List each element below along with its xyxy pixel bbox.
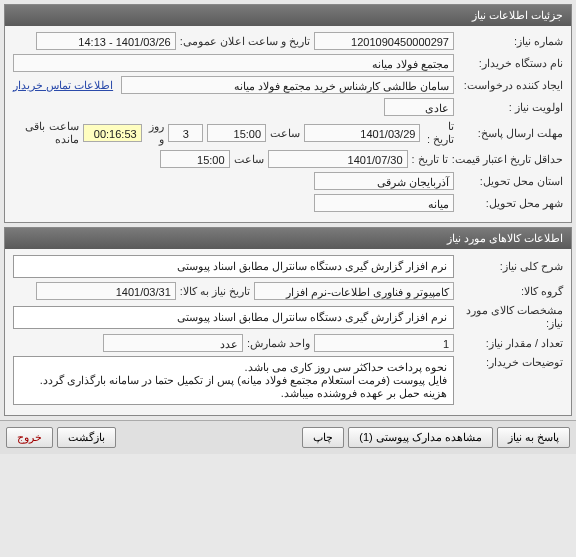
panel-title-goods: اطلاعات کالاهای مورد نیاز (447, 232, 563, 244)
field-need-date[interactable]: 1401/03/31 (36, 282, 176, 300)
field-days-left[interactable]: 3 (168, 124, 203, 142)
label-remaining: ساعت باقی مانده (13, 120, 79, 146)
print-button[interactable]: چاپ (302, 427, 344, 448)
field-province[interactable]: آذربایجان شرقی (314, 172, 454, 190)
field-notes[interactable]: نحوه پرداخت حداکثر سی روز کاری می باشد. … (13, 356, 454, 405)
view-attachments-button[interactable]: مشاهده مدارک پیوستی (1) (348, 427, 493, 448)
label-need-number: شماره نیاز: (458, 35, 563, 48)
label-deadline-time: ساعت (270, 127, 300, 140)
label-days: روز و (146, 120, 165, 146)
row-priority: اولویت نیاز : عادی (13, 98, 563, 116)
respond-button[interactable]: پاسخ به نیاز (497, 427, 570, 448)
footer-toolbar: پاسخ به نیاز مشاهده مدارک پیوستی (1) چاپ… (0, 420, 576, 454)
field-unit[interactable]: عدد (103, 334, 243, 352)
row-deadline: مهلت ارسال پاسخ: تا تاریخ : 1401/03/29 س… (13, 120, 563, 146)
field-deadline-time[interactable]: 15:00 (207, 124, 266, 142)
field-group[interactable]: کامپیوتر و فناوری اطلاعات-نرم افزار (254, 282, 454, 300)
field-deadline-date[interactable]: 1401/03/29 (304, 124, 420, 142)
row-creator: ایجاد کننده درخواست: سامان طالشی کارشناس… (13, 76, 563, 94)
label-creator: ایجاد کننده درخواست: (458, 79, 563, 92)
back-button[interactable]: بازگشت (57, 427, 116, 448)
label-validity-time: ساعت (234, 153, 264, 166)
label-pub-datetime: تاریخ و ساعت اعلان عمومی: (180, 35, 310, 48)
field-qty[interactable]: 1 (314, 334, 454, 352)
field-desc[interactable]: نرم افزار گزارش گیری دستگاه سانترال مطاب… (13, 255, 454, 278)
label-qty: تعداد / مقدار نیاز: (458, 337, 563, 350)
row-province: استان محل تحویل: آذربایجان شرقی (13, 172, 563, 190)
field-creator[interactable]: سامان طالشی کارشناس خرید مجتمع فولاد میا… (121, 76, 454, 94)
label-unit: واحد شمارش: (247, 337, 310, 350)
row-qty: تعداد / مقدار نیاز: 1 واحد شمارش: عدد (13, 334, 563, 352)
row-need-number: شماره نیاز: 1201090450000297 تاریخ و ساع… (13, 32, 563, 50)
row-desc: شرح کلی نیاز: نرم افزار گزارش گیری دستگا… (13, 255, 563, 278)
panel-header-details: جزئیات اطلاعات نیاز (5, 5, 571, 26)
label-validity-till: تا تاریخ : (412, 153, 448, 166)
field-time-remaining[interactable]: 00:16:53 (83, 124, 142, 142)
field-validity-time[interactable]: 15:00 (160, 150, 230, 168)
field-priority[interactable]: عادی (384, 98, 454, 116)
panel-header-goods: اطلاعات کالاهای مورد نیاز (5, 228, 571, 249)
exit-button[interactable]: خروج (6, 427, 53, 448)
label-validity: حداقل تاریخ اعتبار قیمت: (452, 153, 563, 166)
label-group: گروه کالا: (458, 285, 563, 298)
row-city: شهر محل تحویل: میانه (13, 194, 563, 212)
panel-body-details: شماره نیاز: 1201090450000297 تاریخ و ساع… (5, 26, 571, 222)
label-province: استان محل تحویل: (458, 175, 563, 188)
label-city: شهر محل تحویل: (458, 197, 563, 210)
field-city[interactable]: میانه (314, 194, 454, 212)
row-validity: حداقل تاریخ اعتبار قیمت: تا تاریخ : 1401… (13, 150, 563, 168)
label-desc: شرح کلی نیاز: (458, 260, 563, 273)
label-deadline: مهلت ارسال پاسخ: (458, 127, 563, 140)
field-pub-datetime[interactable]: 1401/03/26 - 14:13 (36, 32, 176, 50)
label-priority: اولویت نیاز : (458, 101, 563, 114)
row-spec: مشخصات کالای مورد نیاز: نرم افزار گزارش … (13, 304, 563, 330)
row-group: گروه کالا: کامپیوتر و فناوری اطلاعات-نرم… (13, 282, 563, 300)
footer-spacer (120, 427, 298, 448)
label-notes: توضیحات خریدار: (458, 356, 563, 369)
field-buyer[interactable]: مجتمع فولاد میانه (13, 54, 454, 72)
label-buyer: نام دستگاه خریدار: (458, 57, 563, 70)
panel-need-details: جزئیات اطلاعات نیاز شماره نیاز: 12010904… (4, 4, 572, 223)
link-buyer-contact[interactable]: اطلاعات تماس خریدار (13, 79, 113, 92)
field-need-number[interactable]: 1201090450000297 (314, 32, 454, 50)
field-validity-date[interactable]: 1401/07/30 (268, 150, 408, 168)
panel-body-goods: شرح کلی نیاز: نرم افزار گزارش گیری دستگا… (5, 249, 571, 415)
panel-title: جزئیات اطلاعات نیاز (472, 9, 563, 21)
label-need-date: تاریخ نیاز به کالا: (180, 285, 250, 298)
row-notes: توضیحات خریدار: نحوه پرداخت حداکثر سی رو… (13, 356, 563, 405)
label-spec: مشخصات کالای مورد نیاز: (458, 304, 563, 330)
row-buyer: نام دستگاه خریدار: مجتمع فولاد میانه (13, 54, 563, 72)
panel-goods-info: اطلاعات کالاهای مورد نیاز شرح کلی نیاز: … (4, 227, 572, 416)
field-spec[interactable]: نرم افزار گزارش گیری دستگاه سانترال مطاب… (13, 306, 454, 329)
label-till-date: تا تاریخ : (424, 120, 454, 146)
